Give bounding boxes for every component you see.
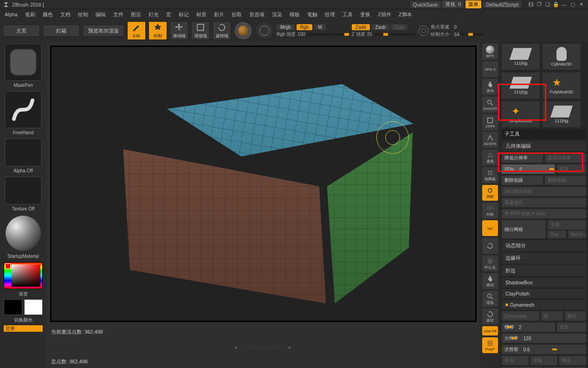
scale-button[interactable]: 缩放端 xyxy=(191,21,210,40)
menu-material[interactable]: 材质 xyxy=(194,10,209,19)
menu-button[interactable]: 菜单 xyxy=(465,0,481,8)
perspective-slider[interactable]: 透视 0 xyxy=(442,0,464,8)
gizmo-button[interactable] xyxy=(234,21,252,40)
menu-stencil[interactable]: 模板 xyxy=(287,10,303,19)
menu-texture[interactable]: 纹理 xyxy=(322,10,338,19)
m-chip[interactable]: M xyxy=(314,24,325,30)
menu-preferences[interactable]: 首选项 xyxy=(246,10,267,19)
aahalf-button[interactable]: AC50% xyxy=(482,132,498,148)
tray-icon-3[interactable]: ❏ xyxy=(543,1,552,7)
zadd-chip[interactable]: Zadd xyxy=(352,24,370,30)
resolution-slider[interactable]: 分辨率 128 xyxy=(502,334,586,343)
menu-zplugin[interactable]: Z插件 xyxy=(375,10,394,19)
reuv-button[interactable]: ReUV xyxy=(568,230,587,238)
sub-button[interactable]: 差集 xyxy=(530,356,557,365)
rgb-chip[interactable]: Rgb xyxy=(297,24,312,30)
bpr-to-geo-button[interactable]: 将 BPR 转换为 Geo xyxy=(502,209,586,218)
zoom2d-button[interactable]: Zoom2D xyxy=(482,97,498,112)
local-button[interactable]: 局部 xyxy=(482,185,498,201)
project-button[interactable]: 投影 xyxy=(557,322,586,332)
tool-thumb-1[interactable]: 111jhjg xyxy=(502,44,540,70)
polyf-button[interactable]: PolyF xyxy=(482,337,498,353)
union-button[interactable]: 联合 xyxy=(559,356,586,365)
tool-thumb-2[interactable]: Cylinder3D xyxy=(543,44,581,70)
draw-button[interactable]: 绘制 xyxy=(149,21,167,40)
minimize-icon[interactable]: — xyxy=(560,2,569,7)
zoom-view-button[interactable]: 缩放 xyxy=(482,291,498,307)
persp-button[interactable]: 透视 xyxy=(482,150,498,165)
spix-button[interactable]: SPix 3 xyxy=(482,61,498,77)
gradient-label[interactable]: 渐变 xyxy=(19,291,28,297)
tool-thumb-6[interactable]: 111jhjg xyxy=(543,101,581,127)
close-icon[interactable]: ✕ xyxy=(577,1,585,7)
crease-header[interactable]: 折边 xyxy=(502,265,586,276)
color-picker[interactable] xyxy=(4,262,43,289)
viewport[interactable] xyxy=(50,46,477,322)
edit-button[interactable]: Edit xyxy=(127,21,146,40)
menu-light[interactable]: 灯光 xyxy=(146,10,162,19)
menu-file[interactable]: 文件 xyxy=(110,10,126,19)
menu-brush[interactable]: 笔刷 xyxy=(22,10,38,19)
actual-button[interactable]: 100% xyxy=(482,114,498,130)
tray-icon-2[interactable]: ❐ xyxy=(535,1,543,7)
bpr-button[interactable]: BPR xyxy=(482,44,498,59)
menu-layer[interactable]: 图层 xyxy=(128,10,144,19)
brush-thumb[interactable] xyxy=(5,44,42,81)
drag-handle-icon[interactable]: ▴ ::::::::::::::::::: ▴ xyxy=(235,344,291,350)
menu-alpha[interactable]: Alpha xyxy=(2,11,20,18)
center-button[interactable]: 中心点 xyxy=(482,256,498,271)
secondary-color-swatch[interactable] xyxy=(24,299,43,315)
subtool-header[interactable]: 子工具 xyxy=(502,129,586,139)
menu-macro[interactable]: 宏 xyxy=(163,10,174,19)
menu-zscript[interactable]: Z脚本 xyxy=(396,10,415,19)
polish-button[interactable]: 抛光 xyxy=(565,311,587,321)
menu-movie[interactable]: 影片 xyxy=(211,10,227,19)
lightbox-button[interactable]: 灯箱 xyxy=(43,25,80,37)
dynamesh-button[interactable]: Dynamesh xyxy=(502,311,539,321)
lock-icon[interactable]: 🔒 xyxy=(552,1,560,7)
menu-tool[interactable]: 工具 xyxy=(340,10,355,19)
home-button[interactable]: 主页 xyxy=(3,25,40,37)
geometry-header[interactable]: 几何体编辑 xyxy=(502,141,586,151)
menu-document[interactable]: 文档 xyxy=(58,10,73,19)
stroke-thumb[interactable] xyxy=(5,91,42,128)
group-button[interactable]: 组 xyxy=(541,311,563,321)
tool-thumb-4[interactable]: ★PolyMesh3D xyxy=(543,72,581,99)
texture-thumb[interactable] xyxy=(5,177,42,204)
floor-button[interactable]: 地网格 xyxy=(482,167,498,183)
higher-res-button[interactable]: 提高分辨率 xyxy=(545,153,586,163)
dual-swatch[interactable] xyxy=(4,299,43,315)
tray-icon[interactable]: ⟪⟫ xyxy=(527,1,535,7)
mrgb-chip[interactable]: Mrgb xyxy=(277,24,295,30)
dynamesh-header[interactable]: Dynamesh xyxy=(502,300,586,309)
menu-transform[interactable]: 变换 xyxy=(357,10,373,19)
menu-render[interactable]: 渲染 xyxy=(269,10,285,19)
lower-res-button[interactable]: 降低分辨率 xyxy=(502,153,543,163)
alpha-thumb[interactable] xyxy=(5,138,42,166)
tool-thumb-3[interactable]: 111jhjg xyxy=(502,72,540,99)
rebuild-subdiv-button[interactable]: 重建细分 xyxy=(502,198,586,207)
maximize-icon[interactable]: ▢ xyxy=(569,1,577,7)
default-zscript-button[interactable]: DefaultZScript xyxy=(483,1,521,8)
linefill-button[interactable]: Line Fill xyxy=(482,326,498,335)
del-lower-button[interactable]: 删除低级 xyxy=(502,176,543,185)
tool-thumb-5[interactable]: ✦SimpleBrush xyxy=(502,101,540,127)
scroll-button[interactable]: 滚动 xyxy=(482,79,498,95)
rotate-view-button[interactable]: 旋转 xyxy=(482,309,498,324)
merge-button[interactable]: 合并 xyxy=(502,356,529,365)
swap-color-label[interactable]: 切换颜色 xyxy=(14,317,32,323)
quicksave-button[interactable]: QuickSave xyxy=(410,1,440,8)
restore-button[interactable]: 恢复 xyxy=(557,164,586,174)
lsym-button[interactable]: 对称 xyxy=(482,203,498,218)
zcut-chip[interactable]: Zcut xyxy=(391,24,407,30)
draw-size-slider[interactable] xyxy=(461,33,485,36)
blur-slider[interactable]: 模糊 2 xyxy=(502,322,555,332)
rgb-intensity-slider[interactable] xyxy=(307,33,349,36)
edgeloop-header[interactable]: 边缘环 xyxy=(502,253,586,263)
zsub-chip[interactable]: Zsub xyxy=(372,24,389,30)
shadowbox-header[interactable]: ShadowBox xyxy=(502,278,586,287)
dynamic-subdiv-header[interactable]: 动态细分 xyxy=(502,240,586,251)
menu-stroke[interactable]: 笔触 xyxy=(304,10,320,19)
preview-bool-button[interactable]: 预览布尔渲染 xyxy=(83,25,124,37)
frame-button[interactable] xyxy=(482,238,498,254)
